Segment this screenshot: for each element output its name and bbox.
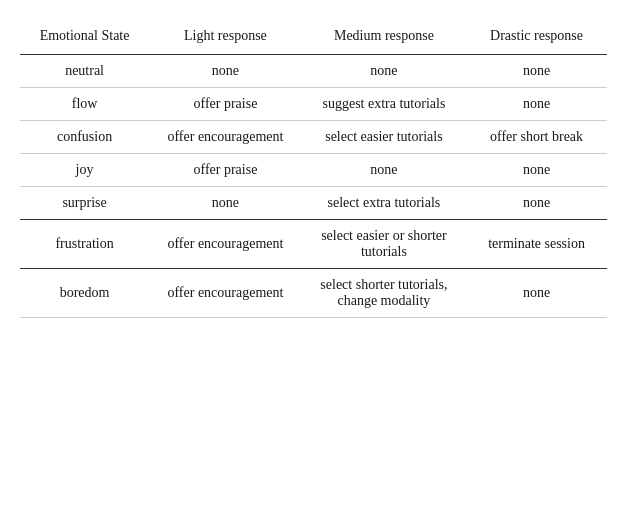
cell-light: none — [149, 187, 302, 220]
cell-state: frustration — [20, 220, 149, 269]
cell-light: none — [149, 55, 302, 88]
response-table: Emotional State Light response Medium re… — [20, 20, 607, 318]
cell-medium: select easier or shorter tutorials — [302, 220, 466, 269]
table-container: Emotional State Light response Medium re… — [20, 20, 607, 318]
header-light-response: Light response — [149, 20, 302, 55]
cell-medium: select extra tutorials — [302, 187, 466, 220]
cell-state: neutral — [20, 55, 149, 88]
cell-drastic: none — [466, 187, 607, 220]
header-drastic-response: Drastic response — [466, 20, 607, 55]
cell-drastic: none — [466, 88, 607, 121]
header-emotional-state: Emotional State — [20, 20, 149, 55]
cell-medium: none — [302, 154, 466, 187]
cell-medium: suggest extra tutorials — [302, 88, 466, 121]
cell-drastic: offer short break — [466, 121, 607, 154]
cell-state: confusion — [20, 121, 149, 154]
header-medium-response: Medium response — [302, 20, 466, 55]
cell-drastic: terminate session — [466, 220, 607, 269]
cell-light: offer praise — [149, 154, 302, 187]
cell-drastic: none — [466, 55, 607, 88]
cell-light: offer encouragement — [149, 121, 302, 154]
cell-light: offer praise — [149, 88, 302, 121]
cell-state: surprise — [20, 187, 149, 220]
cell-drastic: none — [466, 154, 607, 187]
cell-light: offer encouragement — [149, 220, 302, 269]
cell-medium: select shorter tutorials, change modalit… — [302, 269, 466, 318]
cell-light: offer encouragement — [149, 269, 302, 318]
cell-drastic: none — [466, 269, 607, 318]
cell-state: boredom — [20, 269, 149, 318]
cell-state: flow — [20, 88, 149, 121]
cell-medium: select easier tutorials — [302, 121, 466, 154]
cell-medium: none — [302, 55, 466, 88]
cell-state: joy — [20, 154, 149, 187]
